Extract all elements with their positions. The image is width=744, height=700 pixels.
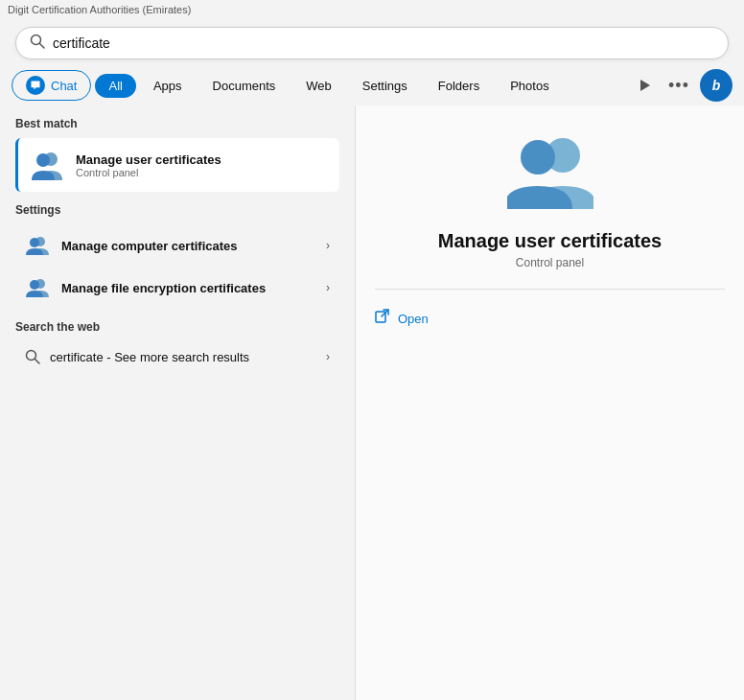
search-web-text: certificate - See more search results bbox=[50, 350, 249, 364]
tab-chat-label: Chat bbox=[51, 79, 77, 93]
search-web-section: Search the web certificate - See more se… bbox=[15, 320, 339, 372]
settings-item-1[interactable]: Manage file encryption certificates › bbox=[15, 267, 339, 309]
search-web-item-left: certificate - See more search results bbox=[25, 349, 249, 364]
search-input[interactable] bbox=[53, 35, 714, 51]
chevron-right-icon-0: › bbox=[326, 239, 330, 252]
settings-section: Settings Manage computer certificates bbox=[15, 203, 339, 309]
search-icon bbox=[30, 34, 45, 53]
left-panel: Best match Manage user certificates Cont… bbox=[0, 105, 355, 700]
tab-apps-label: Apps bbox=[153, 79, 182, 93]
best-match-title: Manage user certificates bbox=[76, 152, 221, 167]
search-web-text-suffix: - See more search results bbox=[104, 350, 249, 364]
tab-apps[interactable]: Apps bbox=[140, 74, 196, 98]
settings-item-1-text: Manage file encryption certificates bbox=[61, 281, 266, 295]
tab-documents[interactable]: Documents bbox=[199, 74, 290, 98]
svg-marker-2 bbox=[640, 80, 650, 91]
best-match-text: Manage user certificates Control panel bbox=[76, 152, 221, 178]
tab-documents-label: Documents bbox=[213, 79, 276, 93]
tab-all[interactable]: All bbox=[95, 74, 135, 98]
right-app-icon bbox=[507, 134, 593, 211]
tab-settings-label: Settings bbox=[362, 79, 407, 93]
tabs-right: ••• b bbox=[631, 69, 732, 102]
tab-photos-label: Photos bbox=[510, 79, 548, 93]
chat-tab-icon bbox=[26, 76, 45, 95]
svg-line-1 bbox=[40, 44, 45, 49]
chevron-right-icon-web: › bbox=[326, 350, 330, 363]
best-match-title-bold: certificates bbox=[155, 152, 221, 167]
right-title: Manage user certificates bbox=[438, 230, 662, 252]
right-divider bbox=[375, 289, 725, 290]
svg-point-8 bbox=[30, 280, 39, 290]
right-title-prefix: Manage user bbox=[438, 230, 561, 251]
ellipsis-icon: ••• bbox=[668, 76, 689, 96]
top-bar: Digit Certification Authorities (Emirate… bbox=[0, 0, 744, 19]
tab-photos[interactable]: Photos bbox=[497, 74, 562, 98]
main-content: Best match Manage user certificates Cont… bbox=[0, 105, 744, 700]
search-web-item[interactable]: certificate - See more search results › bbox=[15, 341, 339, 372]
settings-section-label: Settings bbox=[15, 203, 339, 217]
svg-point-12 bbox=[521, 140, 555, 175]
settings-item-1-icon bbox=[25, 274, 52, 301]
svg-point-4 bbox=[36, 153, 50, 167]
settings-item-0-left: Manage computer certificates bbox=[25, 232, 238, 259]
settings-item-1-bold: certificates bbox=[199, 281, 266, 295]
search-web-text-prefix: certificate bbox=[50, 350, 104, 364]
settings-item-0[interactable]: Manage computer certificates › bbox=[15, 224, 339, 267]
best-match-subtitle: Control panel bbox=[76, 167, 221, 178]
chevron-right-icon-1: › bbox=[326, 281, 330, 294]
settings-item-0-text: Manage computer certificates bbox=[61, 239, 238, 253]
best-match-item[interactable]: Manage user certificates Control panel bbox=[15, 138, 339, 192]
settings-item-0-bold: certificates bbox=[172, 239, 238, 253]
best-match-icon bbox=[30, 148, 64, 182]
best-match-title-prefix: Manage user bbox=[76, 152, 155, 167]
settings-item-1-prefix: Manage file encryption bbox=[61, 281, 199, 295]
search-web-label: Search the web bbox=[15, 320, 339, 334]
breadcrumb: Digit Certification Authorities (Emirate… bbox=[8, 4, 191, 15]
open-label: Open bbox=[398, 312, 429, 326]
svg-line-10 bbox=[35, 360, 40, 364]
more-button[interactable]: ••• bbox=[665, 72, 692, 99]
search-bar-container bbox=[0, 19, 744, 65]
svg-point-6 bbox=[30, 238, 39, 247]
right-subtitle: Control panel bbox=[516, 256, 584, 269]
tab-settings[interactable]: Settings bbox=[349, 74, 421, 98]
search-bar bbox=[15, 27, 729, 59]
tab-all-label: All bbox=[108, 79, 122, 93]
right-icon-area bbox=[507, 134, 593, 215]
tab-chat[interactable]: Chat bbox=[12, 70, 91, 101]
tab-folders[interactable]: Folders bbox=[425, 74, 493, 98]
best-match-section-label: Best match bbox=[15, 117, 339, 130]
tab-web-label: Web bbox=[306, 79, 332, 93]
bing-icon: b bbox=[712, 78, 721, 93]
tab-web[interactable]: Web bbox=[292, 74, 345, 98]
tab-folders-label: Folders bbox=[438, 79, 479, 93]
bing-button[interactable]: b bbox=[700, 69, 732, 102]
search-web-icon bbox=[25, 349, 40, 364]
right-title-bold: certificates bbox=[561, 230, 663, 251]
settings-item-1-left: Manage file encryption certificates bbox=[25, 274, 266, 301]
play-button[interactable] bbox=[631, 72, 658, 99]
settings-item-0-prefix: Manage computer bbox=[61, 239, 172, 253]
open-button[interactable]: Open bbox=[375, 305, 429, 332]
settings-item-0-icon bbox=[25, 232, 52, 259]
tabs-row: Chat All Apps Documents Web Settings Fol… bbox=[0, 65, 744, 102]
open-icon bbox=[375, 309, 390, 328]
right-panel: Manage user certificates Control panel O… bbox=[355, 105, 744, 700]
